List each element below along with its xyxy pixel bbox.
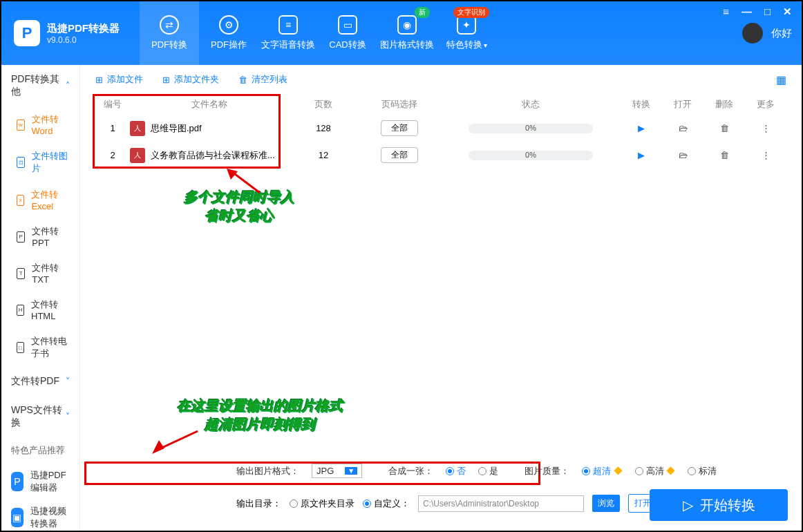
- tab-pdf-convert[interactable]: ⇄PDF转换: [140, 1, 199, 65]
- app-header: P 迅捷PDF转换器 v9.0.6.0 ⇄PDF转换 ⚙PDF操作 ≡文字语音转…: [1, 1, 802, 65]
- merge-yes-radio[interactable]: 是: [478, 465, 498, 477]
- promo-pdf-editor[interactable]: P迅捷PDF编辑器: [1, 464, 79, 500]
- output-settings: 输出图片格式： JPG▼ 合成一张： 否 是 图片质量： 超清 ◆ 高清 ◆ 标…: [229, 458, 793, 484]
- page-count: 12: [289, 150, 358, 160]
- badge-new: 新: [415, 7, 430, 18]
- word-icon: w: [17, 120, 25, 131]
- quality-hd-radio[interactable]: 高清 ◆: [635, 465, 676, 477]
- start-convert-button[interactable]: ▷开始转换: [650, 489, 788, 521]
- svg-line-2: [158, 431, 198, 450]
- page-select-button[interactable]: 全部: [381, 120, 418, 136]
- open-folder-button[interactable]: 🗁: [662, 123, 703, 133]
- folder-plus-icon: ⊞: [162, 75, 170, 85]
- sidebar: PDF转换其他˄ w文件转Word ⊡文件转图片 x文件转Excel P文件转P…: [1, 65, 80, 532]
- txt-icon: T: [17, 268, 25, 279]
- user-greeting: 你好: [771, 27, 792, 40]
- file-name: 义务教育品德与社会课程标准...: [151, 149, 275, 162]
- sidebar-item-to-image[interactable]: ⊡文件转图片: [1, 143, 79, 182]
- chevron-down-icon: ˅: [66, 377, 70, 386]
- quality-label: 图片质量：: [525, 465, 569, 477]
- tab-tts[interactable]: ≡文字语音转换: [258, 1, 318, 65]
- pdf-icon: 人: [130, 121, 145, 136]
- table-row: 2 人义务教育品德与社会课程标准... 12 全部 0% ▶ 🗁 🗑 ⋮: [80, 142, 802, 169]
- svg-marker-3: [152, 440, 164, 454]
- add-folder-button[interactable]: ⊞添加文件夹: [162, 73, 219, 86]
- quality-std-radio[interactable]: 标清: [688, 465, 717, 477]
- sidebar-group-to-pdf[interactable]: 文件转PDF˅: [1, 367, 79, 396]
- col-open: 打开: [662, 98, 703, 111]
- logo-area: P 迅捷PDF转换器 v9.0.6.0: [1, 1, 140, 65]
- star-icon: ✦: [457, 15, 476, 35]
- close-button[interactable]: ✕: [783, 6, 792, 18]
- open-folder-button[interactable]: 🗁: [662, 150, 703, 160]
- merge-label: 合成一张：: [388, 465, 433, 477]
- quality-ultra-radio[interactable]: 超清 ◆: [582, 465, 623, 477]
- sidebar-group-pdf-to-other[interactable]: PDF转换其他˄: [1, 65, 79, 106]
- promo-heading: 特色产品推荐: [1, 437, 79, 464]
- output-path-input[interactable]: [418, 495, 584, 512]
- format-select[interactable]: JPG▼: [312, 464, 362, 478]
- pdf-icon: 人: [130, 148, 145, 163]
- sidebar-item-to-ebook[interactable]: □文件转电子书: [1, 328, 79, 367]
- col-name: 文件名称: [130, 98, 289, 111]
- output-src-radio[interactable]: 原文件夹目录: [290, 497, 355, 510]
- sidebar-item-to-ppt[interactable]: P文件转PPT: [1, 218, 79, 255]
- avatar[interactable]: [742, 23, 763, 44]
- format-label: 输出图片格式：: [236, 465, 299, 477]
- gear-icon: ⚙: [219, 15, 238, 35]
- promo-video-converter[interactable]: ▣迅捷视频转换器: [1, 500, 79, 532]
- grid-view-button[interactable]: ▦: [776, 73, 786, 86]
- diamond-icon: ◆: [614, 466, 623, 476]
- col-delete: 删除: [703, 98, 745, 111]
- file-name: 思维导图.pdf: [151, 122, 202, 135]
- badge-ocr: 文字识别: [453, 7, 489, 18]
- col-index: 编号: [95, 98, 130, 111]
- main-panel: ⊞添加文件 ⊞添加文件夹 🗑清空列表 ▦ 编号 文件名称 页数 页码选择 状态 …: [80, 65, 802, 532]
- merge-no-radio[interactable]: 否: [446, 465, 466, 477]
- more-button[interactable]: ⋮: [745, 150, 786, 160]
- output-dir-label: 输出目录：: [236, 497, 281, 510]
- arrow-icon: [149, 428, 205, 455]
- excel-icon: x: [17, 195, 24, 206]
- menu-button[interactable]: ≡: [723, 6, 729, 18]
- convert-button[interactable]: ▶: [621, 123, 662, 133]
- convert-button[interactable]: ▶: [621, 150, 662, 160]
- tab-pdf-operate[interactable]: ⚙PDF操作: [199, 1, 258, 65]
- app-title: 迅捷PDF转换器: [47, 22, 120, 35]
- app-version: v9.0.6.0: [47, 35, 120, 45]
- tab-special[interactable]: 文字识别✦特色转换▾: [437, 1, 496, 65]
- clear-list-button[interactable]: 🗑清空列表: [238, 73, 287, 86]
- sidebar-item-to-html[interactable]: H文件转HTML: [1, 292, 79, 328]
- arrow-icon: [225, 169, 267, 196]
- cad-icon: ▭: [338, 15, 357, 35]
- add-file-button[interactable]: ⊞添加文件: [95, 73, 143, 86]
- chevron-up-icon: ˄: [66, 81, 70, 91]
- col-status: 状态: [441, 98, 621, 111]
- tab-cad[interactable]: ▭CAD转换: [318, 1, 377, 65]
- tab-image[interactable]: 新◉图片格式转换: [377, 1, 437, 65]
- browse-button[interactable]: 浏览: [592, 495, 620, 512]
- minimize-button[interactable]: —: [741, 6, 752, 18]
- col-page-select: 页码选择: [358, 98, 441, 111]
- table-row: 1 人思维导图.pdf 128 全部 0% ▶ 🗁 🗑 ⋮: [80, 115, 802, 142]
- image-icon: ◉: [397, 15, 417, 35]
- chevron-down-icon: ▾: [484, 41, 487, 49]
- file-toolbar: ⊞添加文件 ⊞添加文件夹 🗑清空列表 ▦: [80, 65, 802, 94]
- progress-bar: 0%: [469, 124, 593, 133]
- delete-button[interactable]: 🗑: [703, 150, 745, 160]
- table-header: 编号 文件名称 页数 页码选择 状态 转换 打开 删除 更多: [80, 94, 802, 115]
- maximize-button[interactable]: □: [764, 6, 771, 18]
- sidebar-group-wps[interactable]: WPS文件转换˅: [1, 396, 79, 437]
- sidebar-item-to-word[interactable]: w文件转Word: [1, 106, 79, 143]
- output-custom-radio[interactable]: 自定义：: [363, 497, 410, 510]
- col-convert: 转换: [621, 98, 662, 111]
- sidebar-item-to-excel[interactable]: x文件转Excel: [1, 182, 79, 218]
- delete-button[interactable]: 🗑: [703, 123, 745, 133]
- video-icon: ▣: [11, 508, 23, 527]
- sidebar-item-to-txt[interactable]: T文件转TXT: [1, 255, 79, 292]
- row-index: 1: [95, 123, 130, 133]
- more-button[interactable]: ⋮: [745, 123, 786, 133]
- app-logo-icon: P: [14, 20, 40, 46]
- main-tabs: ⇄PDF转换 ⚙PDF操作 ≡文字语音转换 ▭CAD转换 新◉图片格式转换 文字…: [140, 1, 496, 65]
- page-select-button[interactable]: 全部: [381, 147, 418, 163]
